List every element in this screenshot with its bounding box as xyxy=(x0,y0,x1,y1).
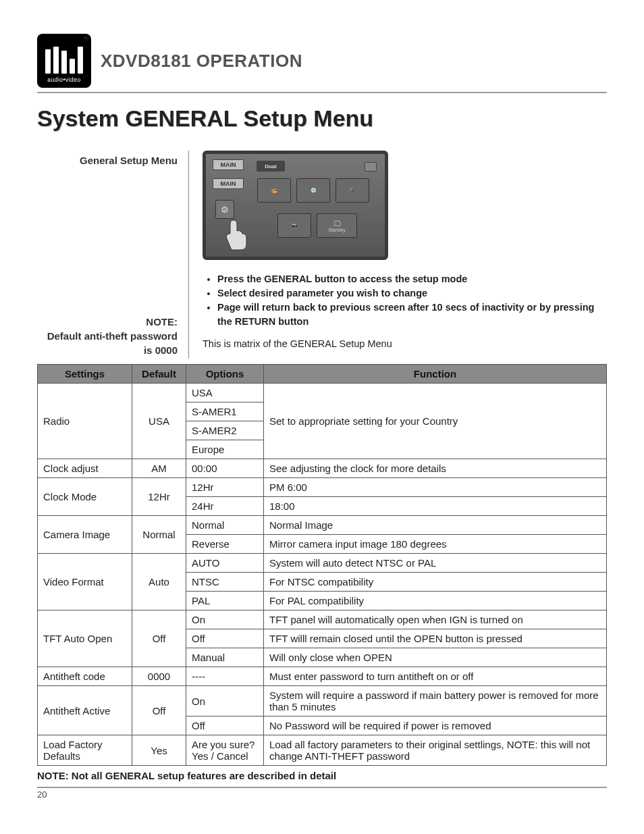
table-row: Antitheft Active Off On System will requ… xyxy=(38,686,607,716)
cell-function: See adjusting the clock for more details xyxy=(264,459,607,478)
cell-setting: Radio xyxy=(38,384,132,459)
cell-function: Set to appropriate setting for your Coun… xyxy=(264,384,607,459)
cell-option: Normal xyxy=(186,516,264,535)
cell-default: AM xyxy=(132,459,186,478)
table-row: Clock Mode 12Hr 12Hr PM 6:00 xyxy=(38,478,607,497)
return-icon xyxy=(365,162,377,172)
cell-function: No Password will be required if power is… xyxy=(264,716,607,735)
device-tile-disc: 💿 xyxy=(296,178,330,203)
cell-setting: TFT Auto Open xyxy=(38,610,132,667)
cell-option: Manual xyxy=(186,648,264,667)
cell-default: 12Hr xyxy=(132,478,186,516)
cell-option: Europe xyxy=(186,440,264,459)
device-tile-radio: 📻 xyxy=(257,178,291,203)
device-brand-badge: Dual xyxy=(257,161,285,172)
device-screenshot: MAIN Dual MAIN 📻 💿 🔌 ⚙ 📷 🖵 Standby xyxy=(203,151,388,260)
cell-option: USA xyxy=(186,384,264,402)
cell-option: On xyxy=(186,686,264,716)
cell-default: USA xyxy=(132,384,186,459)
cell-option: Off xyxy=(186,716,264,735)
cell-option: NTSC xyxy=(186,573,264,592)
logo-subtext: audio•video xyxy=(47,76,81,83)
device-tile-standby: 🖵 Standby xyxy=(317,213,357,238)
cell-function: System will require a password if main b… xyxy=(264,686,607,716)
cell-default: Yes xyxy=(132,735,186,766)
cell-function: For PAL compatibility xyxy=(264,592,607,610)
cell-default: Off xyxy=(132,610,186,667)
intro-right-column: MAIN Dual MAIN 📻 💿 🔌 ⚙ 📷 🖵 Standby xyxy=(203,151,607,359)
gear-icon: ⚙ xyxy=(215,200,234,219)
table-header-row: Settings Default Options Function xyxy=(38,365,607,384)
cell-option: S-AMER1 xyxy=(186,402,264,421)
intro-block: General Setup Menu NOTE: Default anti-th… xyxy=(37,151,607,359)
note-block: NOTE: Default anti-theft password is 000… xyxy=(37,315,178,357)
cell-default: 0000 xyxy=(132,667,186,686)
matrix-intro-text: This is matrix of the GENERAL Setup Menu xyxy=(203,338,607,349)
cell-setting: Antitheft code xyxy=(38,667,132,686)
intro-left-heading: General Setup Menu xyxy=(37,155,178,166)
logo-bars-icon xyxy=(45,43,83,74)
intro-left-column: General Setup Menu NOTE: Default anti-th… xyxy=(37,151,189,359)
registered-mark: ® xyxy=(84,35,88,42)
header-rule xyxy=(37,92,607,93)
cell-option: 00:00 xyxy=(186,459,264,478)
table-row: Antitheft code 0000 ---- Must enter pass… xyxy=(38,667,607,686)
pointing-hand-icon xyxy=(218,217,252,251)
device-tile-camera: 📷 xyxy=(277,213,311,238)
page-title: System GENERAL Setup Menu xyxy=(37,105,607,132)
radio-tower-icon: 📻 xyxy=(271,188,277,193)
cell-setting: Load Factory Defaults xyxy=(38,735,132,766)
cell-setting: Video Format xyxy=(38,554,132,610)
table-row: Video Format Auto AUTO System will auto … xyxy=(38,554,607,573)
footer-rule xyxy=(37,787,607,788)
cell-function: Will only close when OPEN xyxy=(264,648,607,667)
setup-table: Settings Default Options Function Radio … xyxy=(37,364,607,766)
cell-default: Normal xyxy=(132,516,186,554)
note-label: NOTE: xyxy=(37,315,178,329)
brand-logo: ® audio•video xyxy=(37,34,91,88)
table-row: Radio USA USA Set to appropriate setting… xyxy=(38,384,607,402)
cell-function: Mirror camera input image 180 degrees xyxy=(264,535,607,554)
standby-label: Standby xyxy=(328,228,346,232)
footnote: NOTE: Not all GENERAL setup features are… xyxy=(37,770,607,781)
header-title: XDVD8181 OPERATION xyxy=(101,51,302,72)
cell-function: Must enter password to turn antitheft on… xyxy=(264,667,607,686)
cell-function: Load all factory parameters to their ori… xyxy=(264,735,607,766)
note-line-1: Default anti-theft password xyxy=(37,329,178,343)
camera-icon: 📷 xyxy=(292,223,298,228)
cell-option: Off xyxy=(186,629,264,648)
monitor-icon: 🖵 xyxy=(333,219,341,228)
cell-option: 24Hr xyxy=(186,497,264,516)
cell-option: ---- xyxy=(186,667,264,686)
cell-function: TFT willl remain closed until the OPEN b… xyxy=(264,629,607,648)
model-number: XDVD8181 xyxy=(101,51,191,71)
device-main-btn-1: MAIN xyxy=(213,159,244,170)
instruction-item: Select desired parameter you wish to cha… xyxy=(217,286,607,301)
section-label: OPERATION xyxy=(196,51,302,71)
cell-setting: Antitheft Active xyxy=(38,686,132,735)
instruction-item: Page will return back to previous screen… xyxy=(217,301,607,329)
cell-option: S-AMER2 xyxy=(186,421,264,440)
table-row: Clock adjust AM 00:00 See adjusting the … xyxy=(38,459,607,478)
col-settings: Settings xyxy=(38,365,132,384)
cell-function: 18:00 xyxy=(264,497,607,516)
table-row: Camera Image Normal Normal Normal Image xyxy=(38,516,607,535)
cell-function: PM 6:00 xyxy=(264,478,607,497)
cell-option: Reverse xyxy=(186,535,264,554)
page-number: 20 xyxy=(37,789,607,800)
cell-option: AUTO xyxy=(186,554,264,573)
cell-option: Are you sure? Yes / Cancel xyxy=(186,735,264,766)
cell-setting: Clock Mode xyxy=(38,478,132,516)
disc-icon: 💿 xyxy=(311,188,317,193)
cell-default: Off xyxy=(132,686,186,735)
cell-function: Normal Image xyxy=(264,516,607,535)
col-options: Options xyxy=(186,365,264,384)
cell-default: Auto xyxy=(132,554,186,610)
note-line-2: is 0000 xyxy=(37,343,178,357)
plug-icon: 🔌 xyxy=(350,188,356,193)
cell-setting: Camera Image xyxy=(38,516,132,554)
cell-function: TFT panel will automatically open when I… xyxy=(264,610,607,629)
cell-function: System will auto detect NTSC or PAL xyxy=(264,554,607,573)
table-row: TFT Auto Open Off On TFT panel will auto… xyxy=(38,610,607,629)
col-function: Function xyxy=(264,365,607,384)
